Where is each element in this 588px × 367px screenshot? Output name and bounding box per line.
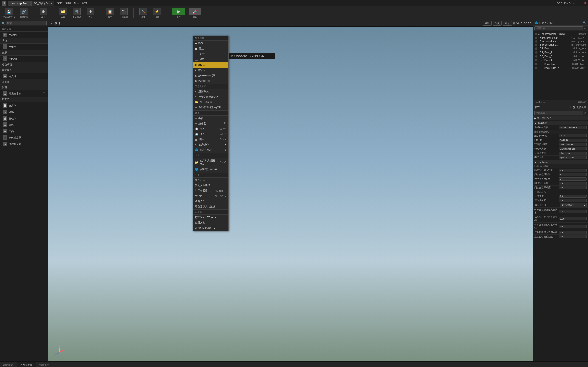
basic-section[interactable]: 基础 bbox=[0, 38, 48, 44]
left-item-box-trigger[interactable]: ⬛ 盒体触发器 bbox=[0, 134, 48, 141]
wo-item-birds3[interactable]: BP_Birds_3 编辑BP_Birds bbox=[534, 54, 587, 58]
visual-section[interactable]: 视觉效果 bbox=[0, 67, 48, 73]
wo-item-birds4[interactable]: BP_Birds_4 编辑BP_Birds bbox=[534, 58, 587, 62]
ctx-connect-source[interactable]: 连接到源码管理... bbox=[193, 225, 228, 231]
volume-section[interactable]: 体积 bbox=[0, 85, 48, 90]
marketplace-btn[interactable]: 🛒 虚幻商城 bbox=[72, 8, 82, 19]
ctx-copy-ref[interactable]: 复制引用 bbox=[193, 177, 228, 183]
ctx-delete[interactable]: 🗑 删除 Delete bbox=[193, 137, 228, 142]
visibility-section-header[interactable]: ▶ 预计算可视性 bbox=[533, 116, 588, 120]
settings-btn[interactable]: ⚙ 设置 bbox=[86, 8, 95, 19]
ctx-create-cue[interactable]: 创建Cue bbox=[193, 62, 228, 68]
window-maximize[interactable]: □ bbox=[581, 2, 582, 5]
ctx-copy[interactable]: 📋 拷贝 Ctrl+W bbox=[193, 126, 228, 131]
occlusion-dist-val[interactable] bbox=[559, 231, 587, 234]
eye-icon-block1[interactable] bbox=[535, 40, 537, 43]
ctx-create-dialog[interactable]: 创建对话 bbox=[193, 68, 228, 73]
wo-item-block2[interactable]: BlockingVolume2 BlockingVolume bbox=[534, 43, 587, 47]
direct-occlusion-val[interactable] bbox=[559, 235, 587, 238]
detail-sphere-val[interactable] bbox=[559, 225, 587, 228]
menu-file[interactable]: 文件 bbox=[57, 1, 63, 5]
ctx-play[interactable]: ▶ 播放 bbox=[193, 41, 228, 46]
playercontroller-val[interactable] bbox=[559, 143, 587, 146]
menu-help[interactable]: 帮助 bbox=[82, 1, 87, 5]
world-settings-btn[interactable]: 世界场景设置 bbox=[570, 106, 587, 109]
ctx-mute-checkbox[interactable] bbox=[195, 52, 198, 55]
outliner-search-input[interactable] bbox=[535, 26, 583, 30]
ctx-shader-data[interactable]: 看色器供烘焙数据... bbox=[193, 204, 228, 209]
gamemode-value[interactable] bbox=[559, 126, 587, 129]
eye-icon-birds[interactable] bbox=[535, 48, 537, 50]
menu-edit[interactable]: 编辑 bbox=[65, 1, 71, 5]
ctx-asset-ops[interactable]: ⚙ 资产操作 ▶ bbox=[193, 142, 228, 147]
env-intensity-val[interactable] bbox=[559, 194, 587, 198]
gamestate-val[interactable] bbox=[559, 147, 587, 150]
ctx-ref-viewer[interactable]: 引用查看器... Alt+Shift+R bbox=[193, 188, 228, 193]
modes-btn[interactable]: ⚙ 模式 bbox=[38, 8, 48, 19]
max-sphere-val[interactable] bbox=[559, 217, 587, 220]
ctx-audit-assets[interactable]: 查看资产... bbox=[193, 199, 228, 204]
window-minimize[interactable]: ─ bbox=[577, 2, 579, 5]
ctx-solo[interactable]: 单独 bbox=[193, 56, 228, 62]
wo-item-landscape[interactable]: ▶ LandscapeMap（编辑器） 世界场景 bbox=[534, 32, 587, 36]
ctx-asset-localize[interactable]: 🌐 资产本地化 ▶ bbox=[193, 147, 228, 152]
eye-icon-boost[interactable] bbox=[535, 63, 537, 65]
viewport-tab-arrow[interactable]: ▼ bbox=[50, 22, 53, 25]
tab-flyingpawn[interactable]: BP_FlyingPawn bbox=[32, 1, 54, 6]
eye-icon-birds3[interactable] bbox=[535, 55, 537, 58]
spectator-val[interactable] bbox=[559, 156, 587, 159]
left-item-empty-actor[interactable]: □ 空Actor ⓘ bbox=[0, 32, 48, 38]
cinematic-section[interactable]: 过场动画 bbox=[0, 62, 48, 67]
menu-window[interactable]: 窗口 bbox=[74, 1, 79, 5]
blueprint-btn[interactable]: 📋 蓝图 bbox=[105, 8, 115, 19]
left-search-input[interactable] bbox=[6, 21, 47, 25]
left-item-sphere[interactable]: ● 球体 bbox=[0, 109, 48, 115]
ctx-open-source[interactable]: 📂 打开源位置 bbox=[193, 100, 228, 105]
eye-icon-block2[interactable] bbox=[535, 44, 537, 46]
static-light-val[interactable] bbox=[559, 169, 587, 172]
ctx-show-folder[interactable]: 📁 在文件夹视图中显示 Ctrl+B bbox=[193, 158, 228, 167]
light-section[interactable]: 光源 bbox=[0, 50, 48, 56]
left-item-cone[interactable]: ▲ 锥体 bbox=[0, 122, 48, 128]
left-item-cube[interactable]: ⬜ 立方体 bbox=[0, 102, 48, 109]
playerstate-val[interactable] bbox=[559, 152, 587, 155]
ctx-size-map[interactable]: 大小图... Alt+Shift+M bbox=[193, 193, 228, 199]
env-bounce-val[interactable] bbox=[559, 199, 587, 202]
details-search-input[interactable] bbox=[535, 111, 583, 115]
sky-method-select[interactable]: 体积光照贴图 bbox=[560, 203, 587, 207]
all-section[interactable]: 所有类 bbox=[0, 97, 48, 102]
ctx-edit[interactable]: ✏ 编辑... bbox=[193, 116, 228, 121]
indirect-light-val[interactable] bbox=[559, 173, 587, 176]
wo-item-birds[interactable]: BP_Birds 编辑BP_Birds bbox=[534, 47, 587, 50]
content-btn[interactable]: 📁 内容 bbox=[58, 8, 68, 19]
save-current-btn[interactable]: 💾 保存当前关卡 bbox=[3, 8, 15, 19]
ctx-solo-checkbox[interactable] bbox=[195, 58, 198, 60]
build-btn[interactable]: 🔨 构建 bbox=[138, 8, 148, 19]
cinematic-btn[interactable]: 🎬 过场动画 bbox=[119, 8, 129, 19]
ctx-reimport-new[interactable]: ↩ 用新文件重新导入 bbox=[193, 94, 228, 100]
ctx-open-soundwave[interactable]: 打开SoundWave.h bbox=[193, 215, 228, 220]
perspective-btn[interactable]: 透视 bbox=[483, 21, 492, 26]
max-res-val[interactable] bbox=[559, 210, 587, 213]
ctx-open-ext-editor[interactable]: ✏ 在外部编辑器中打开 bbox=[193, 105, 228, 110]
ctx-rename[interactable]: ✏ 重命名 F2 bbox=[193, 121, 228, 126]
eye-icon-atmo[interactable] bbox=[535, 37, 537, 39]
left-item-empty-pawn[interactable]: ● 空Pawn ⓘ bbox=[0, 56, 48, 62]
tab-content-browser[interactable]: 内容浏览器 bbox=[17, 362, 36, 367]
eye-icon-birds2[interactable] bbox=[535, 51, 537, 54]
ctx-reimport[interactable]: ↩ 重新导入 bbox=[193, 89, 228, 94]
geometry-section[interactable]: 几何体 bbox=[0, 79, 48, 85]
source-control-btn[interactable]: 🔗 源码管理 bbox=[19, 8, 29, 19]
left-item-plane[interactable]: ▬ 平面 bbox=[0, 128, 48, 134]
lit-btn[interactable]: 光照 bbox=[493, 21, 502, 26]
wo-item-boost2[interactable]: BP_Boost_Ring_2 编辑BP_Boost_ bbox=[534, 66, 587, 70]
left-item-player-start[interactable]: ▲ 玩家出生点 ⓘ bbox=[0, 90, 48, 97]
hud-val[interactable] bbox=[559, 139, 587, 142]
play-btn[interactable]: ▶ 运行 bbox=[172, 8, 185, 19]
eye-icon-birds4[interactable] bbox=[535, 59, 537, 61]
outliner-search-icon[interactable]: 🔍 bbox=[583, 21, 586, 24]
ctx-view-docs[interactable]: 查看文档 bbox=[193, 220, 228, 225]
wo-item-birds2[interactable]: BP_Birds_2 编辑BP_Birds bbox=[534, 50, 587, 54]
ctx-create-impulse[interactable]: 创建冲量响应 bbox=[193, 78, 228, 83]
lightmass-section-header[interactable]: ▼ Lightmass bbox=[533, 160, 588, 164]
